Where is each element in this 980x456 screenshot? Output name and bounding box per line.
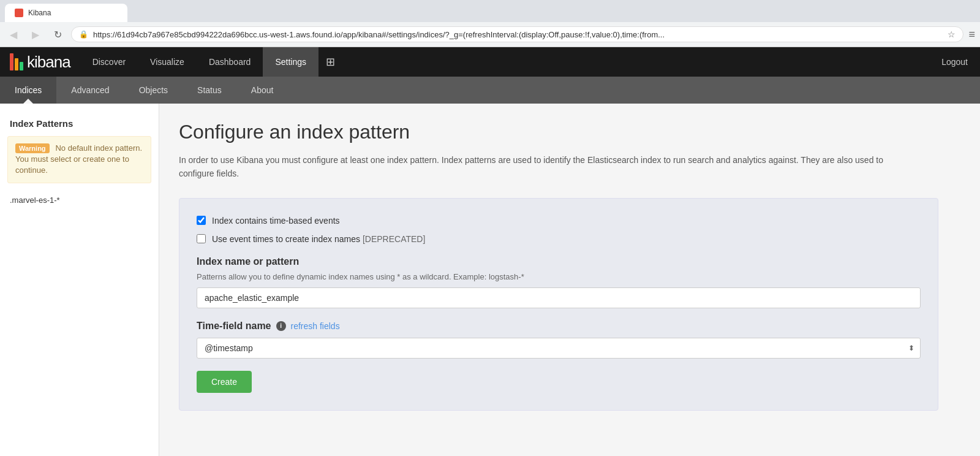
timefield-select-wrapper: @timestamp ⬍ bbox=[197, 338, 921, 359]
logout-button[interactable]: Logout bbox=[929, 47, 980, 77]
timefield-select[interactable]: @timestamp bbox=[197, 338, 921, 359]
time-based-checkbox[interactable] bbox=[197, 216, 206, 225]
create-button[interactable]: Create bbox=[197, 371, 252, 393]
logo-bars bbox=[10, 53, 23, 70]
address-bar: 🔒 https://61d94cb7a967e85cbd994222da696b… bbox=[71, 26, 963, 42]
bookmark-button[interactable]: ☆ bbox=[948, 29, 956, 39]
form-card: Index contains time-based events Use eve… bbox=[179, 198, 938, 411]
subnav-advanced[interactable]: Advanced bbox=[56, 77, 124, 104]
reload-button[interactable]: ↻ bbox=[49, 26, 66, 43]
sidebar: Index Patterns Warning No default index … bbox=[0, 104, 159, 456]
kibana-logo: kibana bbox=[0, 53, 80, 72]
timefield-info-icon[interactable]: i bbox=[276, 321, 286, 331]
back-button[interactable]: ◀ bbox=[5, 26, 22, 43]
refresh-fields-link[interactable]: refresh fields bbox=[291, 321, 340, 331]
deprecated-tag: [DEPRECATED] bbox=[363, 234, 425, 244]
page-description: In order to use Kibana you must configur… bbox=[179, 153, 914, 181]
subnav-indices[interactable]: Indices bbox=[0, 77, 56, 104]
lock-icon: 🔒 bbox=[79, 30, 88, 39]
page-title: Configure an index pattern bbox=[179, 121, 960, 143]
logo-bar-1 bbox=[10, 53, 13, 70]
kibana-brand-text: kibana bbox=[27, 53, 70, 72]
nav-visualize[interactable]: Visualize bbox=[138, 47, 197, 77]
favicon bbox=[15, 9, 23, 17]
logo-bar-2 bbox=[15, 58, 18, 70]
index-hint: Patterns allow you to define dynamic ind… bbox=[197, 272, 921, 281]
nav-discover[interactable]: Discover bbox=[80, 47, 138, 77]
nav-settings[interactable]: Settings bbox=[263, 47, 318, 77]
sidebar-warning: Warning No default index pattern. You mu… bbox=[7, 136, 151, 183]
subnav-status[interactable]: Status bbox=[183, 77, 236, 104]
forward-button[interactable]: ▶ bbox=[27, 26, 44, 43]
nav-dashboard[interactable]: Dashboard bbox=[197, 47, 263, 77]
browser-tab[interactable]: Kibana bbox=[5, 4, 127, 22]
browser-chrome: Kibana ◀ ▶ ↻ 🔒 https://61d94cb7a967e85cb… bbox=[0, 0, 980, 47]
browser-toolbar: ◀ ▶ ↻ 🔒 https://61d94cb7a967e85cbd994222… bbox=[0, 22, 980, 47]
event-times-checkbox[interactable] bbox=[197, 234, 206, 243]
subnav-about[interactable]: About bbox=[236, 77, 288, 104]
index-section-title: Index name or pattern bbox=[197, 256, 921, 267]
event-times-text: Use event times to create index names bbox=[212, 234, 360, 244]
checkbox-time-based-row: Index contains time-based events bbox=[197, 216, 921, 226]
logo-bar-3 bbox=[20, 62, 23, 70]
event-times-label: Use event times to create index names [D… bbox=[212, 234, 425, 244]
content-area: Index Patterns Warning No default index … bbox=[0, 104, 980, 456]
main-nav: Discover Visualize Dashboard Settings ⊞ bbox=[80, 47, 930, 77]
warning-badge: Warning bbox=[15, 143, 50, 153]
timefield-label: Time-field name bbox=[197, 321, 271, 332]
timefield-label-row: Time-field name i refresh fields bbox=[197, 321, 921, 332]
time-based-label: Index contains time-based events bbox=[212, 216, 340, 226]
tab-title: Kibana bbox=[28, 9, 51, 17]
sidebar-item-marvel[interactable]: .marvel-es-1-* bbox=[0, 191, 159, 210]
warning-content: Warning No default index pattern. You mu… bbox=[15, 143, 143, 177]
sidebar-title: Index Patterns bbox=[0, 113, 159, 136]
index-pattern-input[interactable]: apache_elastic_example bbox=[197, 287, 921, 308]
apps-grid-icon[interactable]: ⊞ bbox=[318, 55, 342, 69]
settings-subnav: Indices Advanced Objects Status About bbox=[0, 77, 980, 104]
subnav-objects[interactable]: Objects bbox=[124, 77, 183, 104]
checkbox-event-times-row: Use event times to create index names [D… bbox=[197, 234, 921, 244]
main-content: Configure an index pattern In order to u… bbox=[159, 104, 980, 456]
browser-menu-button[interactable]: ≡ bbox=[968, 28, 975, 41]
browser-tabs: Kibana bbox=[0, 0, 980, 22]
app-header: kibana Discover Visualize Dashboard Sett… bbox=[0, 47, 980, 77]
address-text: https://61d94cb7a967e85cbd994222da696bcc… bbox=[93, 30, 943, 39]
